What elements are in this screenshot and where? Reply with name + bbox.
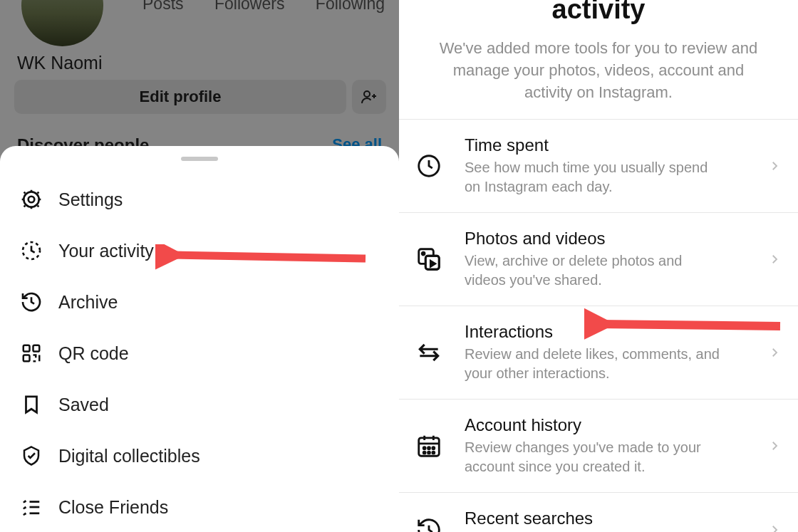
svg-point-16 (423, 447, 425, 449)
svg-point-2 (28, 197, 35, 203)
menu-item-qr-code[interactable]: QR code (0, 328, 399, 379)
menu-item-your-activity[interactable]: Your activity (0, 225, 399, 276)
menu-item-archive[interactable]: Archive (0, 276, 399, 328)
row-heading: Photos and videos (465, 229, 768, 249)
menu-item-digital-collectibles[interactable]: Digital collectibles (0, 430, 399, 481)
svg-rect-6 (24, 355, 30, 362)
qr-icon (19, 340, 44, 366)
menu-label: Archive (58, 292, 118, 313)
chevron-right-icon (768, 346, 781, 359)
row-desc: Review and delete likes, comments, and y… (465, 345, 721, 383)
svg-rect-4 (24, 345, 30, 352)
archive-icon (19, 289, 44, 315)
clock-icon (412, 149, 446, 183)
svg-point-1 (24, 192, 38, 207)
chevron-right-icon (768, 253, 781, 266)
shield-check-icon (19, 443, 44, 469)
activity-icon (19, 238, 44, 264)
row-photos-videos[interactable]: Photos and videos View, archive or delet… (399, 213, 798, 306)
row-desc: Review changes you've made to your accou… (465, 438, 721, 476)
left-screenshot: Posts Followers Following WK Naomi Edit … (0, 0, 399, 532)
menu-label: Digital collectibles (58, 446, 200, 466)
sheet-handle[interactable] (181, 157, 218, 161)
menu-label: QR code (58, 343, 129, 364)
svg-point-17 (428, 447, 430, 449)
svg-point-21 (432, 452, 435, 454)
svg-point-18 (432, 447, 435, 449)
row-desc: View, archive or delete photos and video… (465, 251, 721, 290)
chevron-right-icon (768, 439, 781, 452)
menu-label: Saved (58, 395, 109, 415)
row-heading: Recent searches (465, 508, 768, 528)
close-friends-icon (19, 494, 44, 520)
row-recent-searches[interactable]: Recent searches Review things you've sea… (399, 493, 798, 532)
row-desc: See how much time you usually spend on I… (465, 158, 721, 197)
row-interactions[interactable]: Interactions Review and delete likes, co… (399, 306, 798, 400)
calendar-icon (412, 429, 446, 463)
svg-point-20 (428, 452, 430, 454)
menu-label: Settings (58, 189, 123, 210)
bottom-sheet: Settings Your activity Archive (0, 146, 399, 532)
row-time-spent[interactable]: Time spent See how much time you usually… (399, 120, 798, 213)
bookmark-icon (19, 392, 44, 417)
row-heading: Account history (465, 415, 768, 435)
page-title: activity (399, 0, 798, 25)
chevron-right-icon (768, 523, 781, 532)
right-screenshot: activity We've added more tools for you … (399, 0, 798, 532)
row-heading: Time spent (465, 135, 768, 155)
row-account-history[interactable]: Account history Review changes you've ma… (399, 400, 798, 493)
svg-rect-5 (33, 345, 40, 352)
page-subtitle: We've added more tools for you to review… (435, 38, 762, 103)
menu-item-close-friends[interactable]: Close Friends (0, 481, 399, 532)
gear-icon (19, 187, 44, 212)
menu-label: Your activity (58, 241, 154, 261)
media-icon (412, 242, 446, 276)
svg-point-19 (423, 452, 425, 454)
row-heading: Interactions (465, 322, 768, 342)
menu-item-saved[interactable]: Saved (0, 379, 399, 430)
arrows-icon (412, 335, 446, 370)
menu-item-settings[interactable]: Settings (0, 174, 399, 225)
svg-point-12 (422, 253, 425, 256)
history-icon (412, 513, 446, 532)
chevron-right-icon (768, 160, 781, 172)
activity-list: Time spent See how much time you usually… (399, 119, 798, 532)
menu-label: Close Friends (58, 497, 168, 518)
